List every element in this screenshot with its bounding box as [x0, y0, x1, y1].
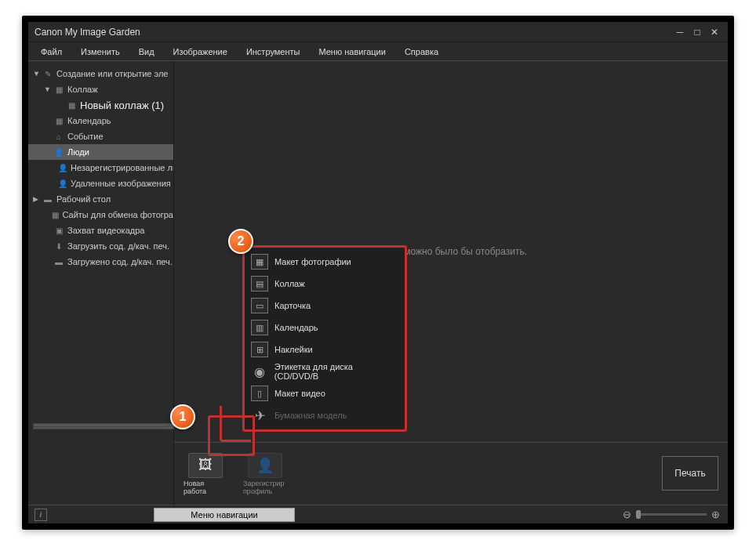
popup-item-7: ✈Бумажная модель: [245, 404, 405, 426]
tree-item-icon: ⌂: [53, 132, 64, 141]
caret-icon: ▶: [33, 195, 41, 203]
tree-item-icon: ▬: [53, 258, 64, 266]
tree-item-label: Создание или открытие эле: [56, 69, 168, 78]
tree-item-icon: 👤: [58, 179, 67, 188]
popup-item-icon: ▥: [251, 320, 268, 335]
maximize-button[interactable]: □: [690, 27, 704, 38]
tree-item-label: Захват видеокадра: [67, 226, 144, 235]
nav-menu-button[interactable]: Меню навигации: [154, 508, 295, 522]
zoom-in-icon[interactable]: ⊕: [711, 509, 720, 520]
tree-item-12[interactable]: ▬Загружено сод. д/кач. печ.: [28, 254, 173, 270]
print-button[interactable]: Печать: [662, 456, 718, 491]
tree-item-label: Событие: [67, 132, 104, 141]
tree-item-10[interactable]: ▣Захват видеокадра: [28, 223, 173, 238]
popup-item-5[interactable]: ◉Этикетка для диска (CD/DVD/B: [245, 360, 405, 382]
tree-item-0[interactable]: ▼✎Создание или открытие эле: [28, 66, 173, 81]
window-controls: ─ □ ✕: [673, 27, 721, 38]
zoom-slider-thumb[interactable]: [636, 510, 641, 519]
popup-item-icon: ▯: [251, 386, 268, 401]
popup-item-icon: ✈: [251, 407, 268, 423]
popup-item-label: Коллаж: [274, 279, 305, 288]
tree-item-icon: 👤: [58, 164, 67, 172]
thumbnail-strip: [33, 426, 169, 505]
popup-item-3[interactable]: ▥Календарь: [245, 317, 405, 339]
tree-item-label: Коллаж: [67, 85, 98, 94]
popup-item-icon: ⊞: [251, 342, 268, 357]
tree-item-icon: ▦: [66, 101, 77, 110]
popup-item-icon: ▭: [251, 298, 268, 313]
new-work-button[interactable]: 🖼 Новая работа: [184, 453, 227, 495]
popup-connector: [220, 406, 251, 442]
tree-item-11[interactable]: ⬇Загрузить сод. д/кач. печ.: [28, 238, 173, 254]
menu-file[interactable]: Файл: [31, 47, 71, 56]
zoom-slider[interactable]: [636, 513, 707, 516]
tree-item-4[interactable]: ⌂Событие: [28, 129, 173, 144]
tree-item-2[interactable]: ▦Новый коллаж (1): [28, 97, 173, 113]
tree-item-3[interactable]: ▦Календарь: [28, 113, 173, 129]
menu-edit[interactable]: Изменить: [71, 47, 129, 56]
zoom-out-icon[interactable]: ⊖: [623, 509, 631, 520]
register-profile-label: Зарегистрир профиль: [243, 480, 287, 495]
tree-item-6[interactable]: 👤Незарегистрированные люд: [28, 160, 173, 176]
popup-item-icon: ◉: [251, 364, 268, 379]
tree-item-7[interactable]: 👤Удаленные изображения ли: [28, 176, 173, 191]
new-work-popup: ▦Макет фотографии▤Коллаж▭Карточка▥Календ…: [242, 245, 407, 432]
new-work-icon: 🖼: [188, 453, 223, 478]
tree-item-9[interactable]: ▦Сайты для обмена фотогра: [28, 207, 173, 223]
register-profile-icon: 👤: [248, 453, 282, 478]
menu-help[interactable]: Справка: [395, 47, 448, 56]
callout-1: 1: [170, 404, 195, 429]
popup-item-label: Календарь: [274, 323, 318, 332]
tree-item-label: Новый коллаж (1): [80, 100, 164, 111]
popup-item-0[interactable]: ▦Макет фотографии: [245, 251, 405, 273]
tree-item-icon: ▦: [53, 117, 64, 125]
caret-icon: ▼: [33, 70, 41, 78]
popup-item-6[interactable]: ▯Макет видео: [245, 382, 405, 404]
info-icon[interactable]: i: [35, 509, 47, 521]
window-title: Canon My Image Garden: [35, 27, 673, 38]
sidebar: ▼✎Создание или открытие эле▼▦Коллаж▦Новы…: [28, 61, 174, 505]
tree-item-8[interactable]: ▶▬Рабочий стол: [28, 191, 173, 207]
menubar: Файл Изменить Вид Изображение Инструмент…: [28, 42, 728, 61]
zoom-control: ⊖ ⊕: [623, 509, 720, 520]
register-profile-button[interactable]: 👤 Зарегистрир профиль: [243, 453, 287, 495]
caret-icon: ▼: [44, 85, 52, 93]
statusbar: i Меню навигации ⊖ ⊕: [28, 505, 728, 523]
tree-item-icon: ▬: [42, 195, 53, 204]
tree-item-icon: 👤: [53, 148, 64, 157]
tree-item-1[interactable]: ▼▦Коллаж: [28, 81, 173, 97]
nav-menu-label: Меню навигации: [191, 510, 257, 520]
popup-item-label: Этикетка для диска (CD/DVD/B: [274, 362, 398, 381]
tree-item-icon: ✎: [42, 70, 53, 78]
main-footer: 🖼 Новая работа 👤 Зарегистрир профиль Печ…: [174, 442, 728, 505]
tree-item-label: Удаленные изображения ли: [71, 179, 173, 188]
popup-item-4[interactable]: ⊞Наклейки: [245, 339, 405, 360]
popup-item-label: Бумажная модель: [274, 411, 347, 420]
popup-item-label: Наклейки: [274, 345, 313, 354]
minimize-button[interactable]: ─: [673, 27, 687, 38]
new-work-label: Новая работа: [184, 480, 227, 495]
tree-item-label: Люди: [67, 147, 89, 157]
titlebar: Canon My Image Garden ─ □ ✕: [28, 22, 728, 42]
popup-item-2[interactable]: ▭Карточка: [245, 295, 405, 317]
popup-item-label: Макет видео: [274, 389, 325, 398]
tree-item-label: Рабочий стол: [56, 194, 111, 204]
tree-item-label: Календарь: [67, 116, 111, 125]
popup-item-icon: ▦: [251, 254, 268, 270]
popup-item-label: Карточка: [274, 301, 311, 310]
tree-item-label: Загрузить сод. д/кач. печ.: [67, 241, 169, 251]
tree-item-icon: ▦: [53, 85, 64, 94]
menu-image[interactable]: Изображение: [164, 47, 237, 56]
tree-item-label: Незарегистрированные люд: [71, 163, 173, 172]
menu-tools[interactable]: Инструменты: [237, 47, 310, 56]
tree-item-label: Сайты для обмена фотогра: [63, 210, 174, 219]
menu-nav[interactable]: Меню навигации: [309, 47, 394, 56]
popup-item-1[interactable]: ▤Коллаж: [245, 273, 405, 295]
nav-tree: ▼✎Создание или открытие эле▼▦Коллаж▦Новы…: [28, 61, 173, 426]
menu-view[interactable]: Вид: [129, 47, 164, 56]
tree-item-icon: ▦: [51, 211, 59, 219]
tree-item-5[interactable]: 👤Люди: [28, 144, 173, 160]
tree-item-label: Загружено сод. д/кач. печ.: [67, 257, 173, 266]
close-button[interactable]: ✕: [707, 27, 721, 38]
popup-item-label: Макет фотографии: [274, 257, 351, 266]
